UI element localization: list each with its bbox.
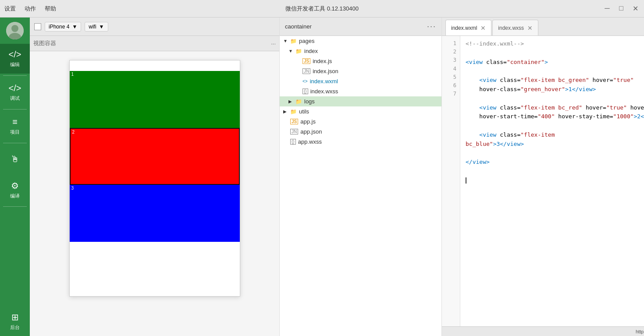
- window-controls[interactable]: ─ □ ✕: [603, 4, 640, 13]
- folder-icon-utils: 📁: [290, 109, 297, 115]
- code-string-flex-red: "flex-item bc_red": [520, 104, 582, 111]
- file-icon-wxss: {}: [302, 88, 308, 94]
- sidebar-divider-1: [3, 75, 27, 76]
- code-attr-class-4: class=: [496, 131, 520, 138]
- tab-wxml-label: index.wxml: [451, 25, 477, 31]
- device-selector[interactable]: iPhone 4 ▼: [45, 22, 81, 32]
- line-num-5: 5: [453, 73, 456, 81]
- sidebar-item-edit[interactable]: </> 编辑: [0, 44, 30, 74]
- close-button[interactable]: ✕: [631, 4, 640, 13]
- filetree-toolbar: caontainer ···: [280, 18, 441, 36]
- code-string-green-hover: "green_hover": [520, 86, 565, 92]
- block-label-1: 1: [71, 72, 74, 77]
- tree-item-logs[interactable]: ▶ 📁 logs: [280, 96, 441, 106]
- code-editor[interactable]: <!--index.wxml--> <view class="container…: [460, 36, 644, 326]
- code-string-hover-true: "true": [613, 77, 634, 83]
- avatar[interactable]: [6, 22, 24, 39]
- tree-item-appwxss[interactable]: ▶ {} app.wxss: [280, 137, 441, 147]
- sidebar-divider-3: [3, 143, 27, 143]
- tab-wxss[interactable]: index.wxss ✕: [492, 20, 538, 35]
- tree-label-utils: utils: [299, 108, 309, 115]
- cursor: [466, 177, 470, 184]
- menu-actions[interactable]: 动作: [25, 5, 36, 13]
- minimize-button[interactable]: ─: [603, 4, 612, 13]
- color-block-red: 2: [70, 128, 240, 185]
- titlebar-menu[interactable]: 设置 动作 帮助: [4, 5, 56, 13]
- line-num-7: 7: [453, 90, 456, 98]
- tree-item-appjs[interactable]: ▶ JS app.js: [280, 117, 441, 127]
- code-attr-hover-3: hover=: [582, 104, 606, 111]
- filetree-content: ▼ 📁 pages ▼ 📁 index ▶ JS index.js ▶ JN i…: [280, 36, 441, 336]
- code-string-400: "400": [537, 113, 555, 120]
- code-line-1: <!--index.wxml-->: [466, 39, 644, 49]
- sidebar-item-backend[interactable]: ⊞ 后台: [0, 306, 30, 336]
- sidebar-label-backend: 后台: [10, 324, 20, 331]
- tree-item-indexwxss[interactable]: ▶ {} index.wxss: [280, 86, 441, 96]
- code-attr-hover-class-3: hover-class=: [627, 104, 644, 111]
- tree-label-index: index: [304, 48, 318, 54]
- tree-item-utils[interactable]: ▶ 📁 utils: [280, 106, 441, 117]
- titlebar: 设置 动作 帮助 微信开发者工具 0.12.130400 ─ □ ✕: [0, 0, 644, 18]
- video-container-dots[interactable]: ···: [271, 40, 276, 47]
- tree-label-appwxss: app.wxss: [298, 138, 322, 145]
- sidebar-item-project[interactable]: ≡ 项目: [0, 111, 30, 141]
- network-name: wifi: [89, 24, 96, 30]
- code-attr-class-2: class=: [496, 77, 520, 83]
- menu-help[interactable]: 帮助: [45, 5, 56, 13]
- block-label-3: 3: [71, 186, 74, 191]
- line-num-1: 1: [453, 39, 456, 48]
- code-attr-hover: hover=: [589, 77, 613, 83]
- line-num-4: 4: [453, 65, 456, 73]
- filetree-dots[interactable]: ···: [427, 22, 436, 31]
- tab-wxss-label: index.wxss: [498, 25, 524, 31]
- line-numbers: 1 2 3 4 5 6 7: [442, 36, 460, 326]
- file-icon-appjson: JN: [290, 129, 298, 134]
- project-icon: ≡: [12, 117, 18, 127]
- tree-item-indexwxml[interactable]: ▶ <> index.wxml: [280, 76, 441, 86]
- code-string-flex-green: "flex-item bc_green": [520, 77, 589, 83]
- color-block-blue: 3: [70, 185, 240, 242]
- sidebar-item-component[interactable]: 🖱: [0, 145, 30, 175]
- tree-label-logs: logs: [304, 98, 315, 105]
- sidebar-label-compile: 编译: [10, 193, 20, 199]
- menu-settings[interactable]: 设置: [4, 5, 16, 13]
- tab-wxml-close[interactable]: ✕: [480, 25, 486, 32]
- tree-item-appjson[interactable]: ▶ JN app.json: [280, 127, 441, 137]
- filetree-panel: caontainer ··· ▼ 📁 pages ▼ 📁 index ▶ JS …: [280, 18, 442, 336]
- network-selector[interactable]: wifi ▼: [85, 22, 108, 32]
- tree-item-indexjs[interactable]: ▶ JS index.js: [280, 56, 441, 66]
- tree-item-pages[interactable]: ▼ 📁 pages: [280, 36, 441, 46]
- phone-bottom: [70, 248, 240, 296]
- code-tag-view-4-open: <view: [479, 131, 496, 138]
- sidebar: </> 编辑 </> 调试 ≡ 项目 🖱 ⚙ 编译 ⊞ 后台: [0, 18, 30, 336]
- tab-wxss-close[interactable]: ✕: [527, 25, 533, 32]
- code-tag-view-4-content: >3</view>: [493, 141, 524, 147]
- video-container-title: 视图容器: [33, 39, 56, 47]
- code-tag-view-3-open: <view: [479, 104, 496, 111]
- code-line-6: </view>: [466, 158, 644, 167]
- arrow-logs: ▶: [288, 99, 295, 104]
- code-tag-view-close: >: [544, 59, 548, 65]
- code-tag-view-2-open: <view: [479, 77, 496, 83]
- maximize-button[interactable]: □: [617, 4, 626, 13]
- file-icon-appjs: JS: [290, 119, 298, 124]
- tree-label-indexwxml: index.wxml: [310, 78, 338, 85]
- arrow-utils: ▶: [283, 109, 289, 114]
- sidebar-item-debug[interactable]: </> 调试: [0, 78, 30, 107]
- backend-icon: ⊞: [11, 312, 19, 322]
- code-attr-stay-time: hover-stay-time=: [555, 113, 613, 120]
- filetree-title: caontainer: [285, 23, 312, 30]
- tree-label-indexjs: index.js: [313, 58, 332, 64]
- main-layout: </> 编辑 </> 调试 ≡ 项目 🖱 ⚙ 编译 ⊞ 后台: [0, 18, 644, 336]
- tree-item-index[interactable]: ▼ 📁 index: [280, 46, 441, 56]
- tree-item-indexjson[interactable]: ▶ JN index.json: [280, 66, 441, 76]
- device-dropdown-icon: ▼: [72, 24, 77, 30]
- line-num-2: 2: [453, 48, 456, 56]
- sidebar-divider-2: [3, 109, 27, 110]
- folder-icon-logs: 📁: [295, 99, 302, 105]
- code-string-container: "container": [507, 59, 544, 65]
- tab-wxml[interactable]: index.wxml ✕: [445, 20, 491, 35]
- sidebar-label-project: 项目: [10, 129, 20, 135]
- sidebar-item-compile[interactable]: ⚙ 编译: [0, 175, 30, 205]
- preview-toolbar: iPhone 4 ▼ wifi ▼: [30, 18, 279, 36]
